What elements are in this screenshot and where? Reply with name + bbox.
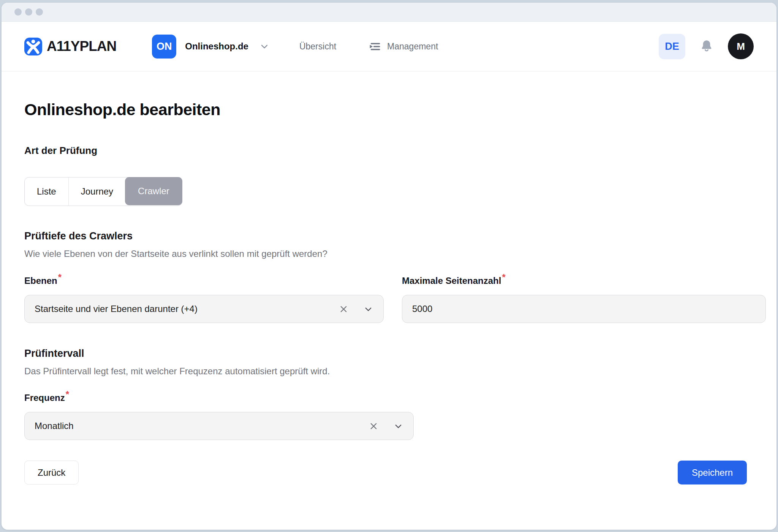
site-name: Onlineshop.de <box>185 41 248 52</box>
required-marker: * <box>66 389 69 399</box>
language-switcher[interactable]: DE <box>659 34 685 59</box>
levels-field: Ebenen* Startseite und vier Ebenen darun… <box>24 276 384 323</box>
window-titlebar <box>2 3 776 22</box>
playlist-icon <box>369 41 381 52</box>
nav-uebersicht-label: Übersicht <box>299 41 336 52</box>
interval-description: Das Prüfintervall legt fest, mit welcher… <box>24 366 766 377</box>
crawl-depth-fields: Ebenen* Startseite und vier Ebenen darun… <box>24 276 766 323</box>
max-pages-input[interactable]: 5000 <box>402 295 766 323</box>
chevron-down-icon <box>259 41 270 52</box>
levels-label: Ebenen <box>24 276 57 286</box>
check-type-label: Art der Prüfung <box>24 145 766 157</box>
main-content: Onlineshop.de bearbeiten Art der Prüfung… <box>2 100 776 484</box>
frequency-select[interactable]: Monatlich <box>24 412 414 440</box>
chevron-down-icon[interactable] <box>393 421 403 431</box>
chevron-down-icon[interactable] <box>363 304 373 314</box>
max-pages-value: 5000 <box>412 304 756 314</box>
notifications-button[interactable] <box>699 39 714 54</box>
frequency-field: Frequenz* Monatlich <box>24 393 766 440</box>
header-actions: DE M <box>659 33 754 59</box>
clear-icon[interactable] <box>368 421 379 431</box>
interval-heading: Prüfintervall <box>24 348 766 359</box>
brand-name: A11YPLAN <box>47 38 116 54</box>
frequency-select-value: Monatlich <box>35 421 368 431</box>
nav-item-management[interactable]: Management <box>369 41 438 52</box>
clear-icon[interactable] <box>338 304 349 314</box>
segment-crawler[interactable]: Crawler <box>125 177 182 205</box>
accessibility-figure-icon <box>24 38 42 55</box>
page-title: Onlineshop.de bearbeiten <box>24 100 766 119</box>
max-pages-field: Maximale Seitenanzahl* 5000 <box>402 276 766 323</box>
levels-select[interactable]: Startseite und vier Ebenen darunter (+4) <box>24 295 384 323</box>
save-button[interactable]: Speichern <box>678 461 747 484</box>
user-avatar[interactable]: M <box>728 33 754 59</box>
max-pages-label: Maximale Seitenanzahl <box>402 276 501 286</box>
bell-icon <box>699 39 714 54</box>
app-header: A11YPLAN ON Onlineshop.de Übersicht <box>2 22 776 71</box>
levels-select-value: Startseite und vier Ebenen darunter (+4) <box>35 304 338 314</box>
back-button[interactable]: Zurück <box>24 461 79 484</box>
site-badge: ON <box>152 35 176 59</box>
main-nav: Übersicht Management <box>299 41 438 52</box>
browser-window: A11YPLAN ON Onlineshop.de Übersicht <box>2 3 776 530</box>
window-control-dot[interactable] <box>14 8 22 16</box>
required-marker: * <box>58 272 62 282</box>
site-selector[interactable]: ON Onlineshop.de <box>152 35 270 59</box>
nav-management-label: Management <box>387 41 438 52</box>
frequency-label: Frequenz <box>24 393 65 403</box>
crawl-depth-description: Wie viele Ebenen von der Startseite aus … <box>24 249 766 259</box>
form-actions: Zurück Speichern <box>24 461 766 484</box>
check-type-segmented-control: Liste Journey Crawler <box>24 177 182 206</box>
window-control-dot[interactable] <box>25 8 32 16</box>
required-marker: * <box>502 272 505 282</box>
segment-journey[interactable]: Journey <box>68 177 125 206</box>
segment-liste[interactable]: Liste <box>25 177 68 206</box>
app-logo[interactable]: A11YPLAN <box>24 38 116 55</box>
window-control-dot[interactable] <box>36 8 43 16</box>
nav-item-uebersicht[interactable]: Übersicht <box>299 41 336 52</box>
crawl-depth-heading: Prüftiefe des Crawlers <box>24 230 766 242</box>
